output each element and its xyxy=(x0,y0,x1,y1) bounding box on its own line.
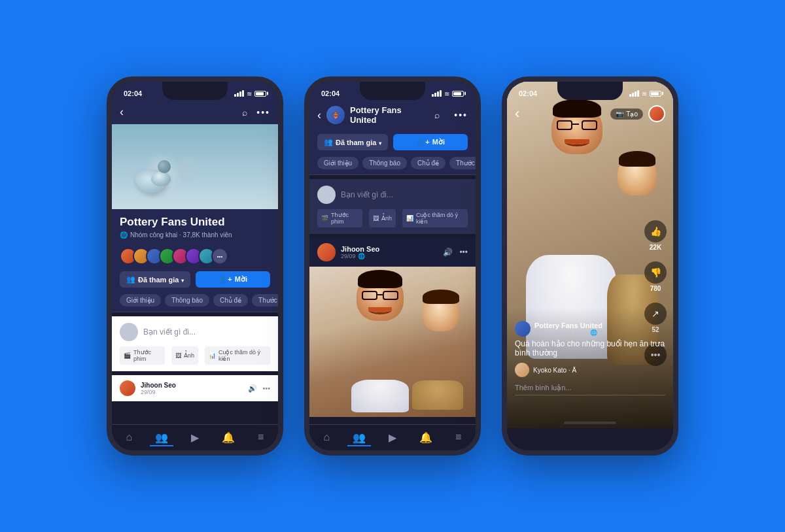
group-icon-2: 🏺 xyxy=(326,106,345,124)
more-icon-1[interactable]: ••• xyxy=(256,107,270,118)
tab-more-2[interactable]: Thước p xyxy=(449,157,481,169)
like-icon-3[interactable]: 👍 xyxy=(644,220,667,242)
photo-action-1[interactable]: 🖼 Ảnh xyxy=(171,346,198,365)
preview-icons-1: 🔊 ••• xyxy=(248,384,270,393)
nav-watch-2[interactable]: ▶ xyxy=(383,430,402,446)
status-time-2: 02:04 xyxy=(321,90,340,97)
composer-avatar-2 xyxy=(317,186,336,204)
status-icons-3: ≋ xyxy=(629,90,661,97)
group-info-1: Pottery Fans United 🌐 Nhóm công khai · 3… xyxy=(112,209,278,244)
battery-icon-3 xyxy=(650,91,661,97)
dot-sep-3: · xyxy=(551,329,553,336)
dislike-action-3: 👎 780 xyxy=(644,261,667,292)
post-composer-2: Bạn viết gì đi... 🎬 Thước phim 🖼 Ảnh 📊 C… xyxy=(309,179,476,234)
back-icon-3[interactable]: ‹ xyxy=(515,105,519,122)
nav-groups-2[interactable]: 👥 xyxy=(347,430,371,446)
bottom-nav-2: ⌂ 👥 ▶ 🔔 ≡ xyxy=(309,424,476,450)
composer-actions-2: 🎬 Thước phim 🖼 Ảnh 📊 Cuộc thăm dò ý kiến xyxy=(317,209,468,227)
status-icons-1: ≋ xyxy=(234,90,266,97)
video-action-2[interactable]: 🎬 Thước phim xyxy=(317,209,362,227)
nav-bell-2[interactable]: 🔔 xyxy=(414,430,438,446)
video-date-2: 29/09 🌐 xyxy=(341,253,379,259)
search-icon-1[interactable]: ⌕ xyxy=(242,107,247,118)
photo-icon-2: 🖼 xyxy=(373,215,379,222)
preview-poster-info-1: Jihoon Seo 29/09 xyxy=(141,382,176,395)
back-icon-1[interactable]: ‹ xyxy=(120,105,124,119)
poll-action-1[interactable]: 📊 Cuộc thăm dò ý kiến xyxy=(205,346,270,365)
more-members-badge: ••• xyxy=(211,248,228,265)
invite-button-1[interactable]: 👤+ Mời xyxy=(196,271,270,288)
comment-input-3[interactable]: Thêm bình luận... xyxy=(515,381,665,395)
dislike-icon-3[interactable]: 👎 xyxy=(644,261,667,284)
nav-bell-1[interactable]: 🔔 xyxy=(217,430,240,446)
composer-row-1: Bạn viết gì đi... xyxy=(120,323,270,341)
tab-intro-2[interactable]: Giới thiệu xyxy=(317,157,358,169)
user-avatar-3[interactable] xyxy=(648,105,665,122)
nav-home-2[interactable]: ⌂ xyxy=(318,430,335,446)
cover-photo-1 xyxy=(112,124,278,209)
bottom-nav-1: ⌂ 👥 ▶ 🔔 ≡ xyxy=(112,424,278,450)
woman-figure-2 xyxy=(409,290,476,410)
joined-icon-1: 👥 xyxy=(126,275,135,284)
group-row-3: Pottery Fans United 29/09 · Jihoon Seo ·… xyxy=(515,321,665,337)
phone-2: 02:04 ≋ ‹ 🏺 Pottery Fans United ⌕ ••• 👥 … xyxy=(304,76,481,456)
tab-more-1[interactable]: Thước p xyxy=(252,294,283,307)
composer-actions-1: 🎬 Thước phim 🖼 Ảnh 📊 Cuộc thăm dò ý kiến xyxy=(120,346,270,365)
invite-icon-1: 👤+ xyxy=(218,275,232,284)
nav-home-1[interactable]: ⌂ xyxy=(120,430,137,446)
more-icon-video-2[interactable]: ••• xyxy=(459,248,468,257)
video-scene-2 xyxy=(309,267,476,417)
public-icon-2: 🌐 xyxy=(358,253,365,259)
status-icons-2: ≋ xyxy=(432,90,464,97)
post-preview-1: Jihoon Seo 29/09 🔊 ••• xyxy=(112,375,278,401)
bottom-overlay-3: Pottery Fans United 29/09 · Jihoon Seo ·… xyxy=(507,308,673,428)
tab-topic-1[interactable]: Chủ đề xyxy=(213,294,248,307)
volume-icon-2[interactable]: 🔊 xyxy=(443,248,453,257)
joined-button-1[interactable]: 👥 Đã tham gia xyxy=(120,271,190,288)
screen-3: ‹ 📷 Tạo 👍 22K 👎 780 ↗ 52 xyxy=(507,82,673,428)
bowl-small-decoration xyxy=(151,172,171,186)
tabs-row-2: Giới thiệu Thông báo Chủ đề Thước p xyxy=(309,154,476,175)
status-time-3: 02:04 xyxy=(519,90,537,97)
photo-action-2[interactable]: 🖼 Ảnh xyxy=(369,209,396,227)
back-icon-2[interactable]: ‹ xyxy=(317,108,321,122)
video-frame-2 xyxy=(309,267,476,417)
invite-button-2[interactable]: 👤+ Mời xyxy=(393,134,468,150)
joined-button-2[interactable]: 👥 Đã tham gia xyxy=(317,134,388,150)
search-icon-2[interactable]: ⌕ xyxy=(434,110,440,120)
nav-menu-2[interactable]: ≡ xyxy=(450,430,466,446)
battery-icon-1 xyxy=(254,91,266,97)
group-info-3: Pottery Fans United 29/09 · Jihoon Seo ·… xyxy=(534,322,602,336)
nav-menu-1[interactable]: ≡ xyxy=(253,430,269,446)
tab-intro-1[interactable]: Giới thiệu xyxy=(120,294,161,307)
dot-sep2-3: · xyxy=(586,329,588,336)
video-poster-info-2: Jihoon Seo 29/09 🌐 xyxy=(341,245,379,259)
group-title-1: Pottery Fans United xyxy=(120,216,270,229)
phone-1: 02:04 ≋ ‹ ⌕ ••• Pottery Fans United 🌐 Nh… xyxy=(107,76,283,456)
post-placeholder-1[interactable]: Bạn viết gì đi... xyxy=(143,327,196,337)
top-bar-3: ‹ 📷 Tạo xyxy=(507,100,673,127)
post-composer-1: Bạn viết gì đi... 🎬 Thước phim 🖼 Ảnh 📊 C… xyxy=(112,316,278,371)
signal-icon-3 xyxy=(629,90,639,97)
preview-poster-avatar-1 xyxy=(120,380,135,396)
wifi-icon-1: ≋ xyxy=(247,90,252,97)
post-placeholder-2[interactable]: Bạn viết gì đi... xyxy=(341,190,393,199)
commenter-avatar-3 xyxy=(515,363,529,377)
video-header-2: Jihoon Seo 29/09 🌐 🔊 ••• xyxy=(309,238,476,267)
volume-icon-preview-1: 🔊 xyxy=(248,384,257,393)
tab-notif-1[interactable]: Thông báo xyxy=(165,294,209,307)
video-action-1[interactable]: 🎬 Thước phim xyxy=(120,346,165,365)
more-icon-2[interactable]: ••• xyxy=(454,110,468,120)
tab-topic-2[interactable]: Chủ đề xyxy=(411,157,445,169)
nav-watch-1[interactable]: ▶ xyxy=(186,430,204,446)
comment-row-3: Kyoko Kato · Ä xyxy=(515,363,665,377)
video-poster-avatar-2 xyxy=(317,243,336,261)
globe-icon-1: 🌐 xyxy=(120,231,128,239)
group-avatar-3 xyxy=(515,321,531,337)
tab-notif-2[interactable]: Thông báo xyxy=(362,157,407,169)
group-meta-1: 🌐 Nhóm công khai · 37,8K thành viên xyxy=(120,231,270,239)
poll-action-2[interactable]: 📊 Cuộc thăm dò ý kiến xyxy=(402,209,468,227)
create-button-3[interactable]: 📷 Tạo xyxy=(610,108,643,120)
nav-groups-1[interactable]: 👥 xyxy=(150,430,173,446)
invite-icon-2: 👤+ xyxy=(416,138,429,146)
